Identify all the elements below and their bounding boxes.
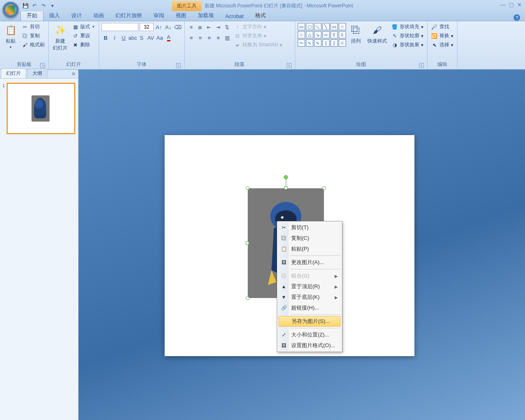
numbering-icon[interactable]: ≣ [196, 23, 204, 31]
tab-review[interactable]: 审阅 [148, 10, 170, 21]
layout-button[interactable]: ▦版式 ▼ [71, 23, 96, 31]
find-button[interactable]: 🔎查找 [430, 23, 455, 31]
restore-icon[interactable]: ▢ [509, 2, 514, 8]
shapes-gallery[interactable]: ▭▢＼╲▭○ ○△↘⇨⇧⇩ ⤳∿∿{}☆ [298, 23, 346, 47]
font-color-icon[interactable]: A [165, 34, 173, 42]
delete-slide-button[interactable]: ✖删除 [71, 41, 96, 49]
underline-icon[interactable]: U [120, 34, 128, 42]
ctx-paste[interactable]: 📋粘贴(P) [278, 244, 341, 254]
justify-icon[interactable]: ≡ [214, 34, 222, 42]
resize-handle-sw[interactable] [246, 296, 249, 300]
cut-button[interactable]: ✂剪切 [20, 23, 46, 31]
resize-handle-nw[interactable] [246, 186, 249, 190]
grow-font-icon[interactable]: A↑ [155, 23, 163, 31]
ctx-hyperlink[interactable]: 🔗超链接(H)... [278, 303, 341, 313]
bullets-icon[interactable]: ≡ [187, 23, 195, 31]
ctx-save-as-picture[interactable]: 另存为图片(S)... [278, 316, 341, 327]
shape-curve-icon[interactable]: ∿ [314, 39, 321, 47]
text-direction-button[interactable]: ↕文字方向 ▾ [233, 23, 283, 31]
rotation-handle[interactable] [284, 175, 288, 179]
shape-brace-icon[interactable]: } [330, 39, 338, 47]
sidepanel-close-icon[interactable]: ✕ [71, 71, 76, 77]
ctx-group[interactable]: ⿻组合(G)▶ [278, 271, 341, 281]
tab-format[interactable]: 格式 [249, 10, 272, 21]
thumbnail-list[interactable]: 1 [0, 79, 78, 420]
shape-brace-icon[interactable]: { [322, 39, 330, 47]
increase-indent-icon[interactable]: ⇥ [214, 23, 222, 31]
font-size-input[interactable] [140, 23, 154, 31]
dialog-launcher-icon[interactable]: ↘ [419, 63, 424, 68]
tab-acrobat[interactable]: Acrobat [220, 11, 249, 21]
tab-home[interactable]: 开始 [20, 10, 43, 21]
tab-view[interactable]: 视图 [170, 10, 192, 21]
shape-arrow-icon[interactable]: ↘ [314, 31, 321, 38]
tab-addins[interactable]: 加载项 [192, 10, 220, 21]
redo-icon[interactable]: ↷ [39, 2, 48, 10]
sidepanel-tab-slides[interactable]: 幻灯片 [1, 68, 26, 78]
paste-button[interactable]: 📋 粘贴 ▼ [2, 23, 19, 50]
shape-line-icon[interactable]: ╲ [322, 23, 330, 30]
shape-oval-icon[interactable]: ○ [298, 31, 305, 38]
shape-arrow-icon[interactable]: ⇨ [322, 31, 330, 38]
office-button[interactable] [2, 2, 19, 18]
shape-arrow-icon[interactable]: ⇩ [339, 31, 346, 38]
italic-icon[interactable]: I [111, 34, 119, 42]
shape-rect-icon[interactable]: ▢ [306, 23, 313, 30]
ctx-cut[interactable]: ✂剪切(T) [278, 222, 341, 233]
format-painter-button[interactable]: 🖌格式刷 [20, 41, 46, 49]
tab-design[interactable]: 设计 [66, 10, 88, 21]
spacing-icon[interactable]: AV [147, 34, 155, 42]
resize-handle-ne[interactable] [322, 186, 326, 190]
shape-curve-icon[interactable]: ⤳ [298, 39, 305, 47]
ctx-change-picture[interactable]: 🖼更改图片(A)... [278, 257, 341, 268]
shape-arrow-icon[interactable]: ⇧ [330, 31, 338, 38]
shape-effects-button[interactable]: ◑形状效果 ▾ [390, 41, 425, 49]
font-family-input[interactable] [102, 23, 138, 31]
clear-format-icon[interactable]: ⌫ [174, 23, 182, 31]
close-icon[interactable]: ✕ [517, 2, 522, 8]
shape-star-icon[interactable]: ☆ [339, 39, 346, 47]
shape-line-icon[interactable]: ＼ [314, 23, 321, 30]
tab-insert[interactable]: 插入 [43, 10, 66, 21]
dialog-launcher-icon[interactable]: ↘ [287, 63, 292, 68]
reset-button[interactable]: ↺重设 [71, 32, 96, 40]
ctx-copy[interactable]: ⿻复制(C) [278, 233, 341, 244]
sidepanel-tab-outline[interactable]: 大纲 [27, 68, 48, 78]
shape-rect-icon[interactable]: ▭ [298, 23, 305, 30]
line-spacing-icon[interactable]: ⇅ [223, 23, 231, 31]
new-slide-button[interactable]: ✨ 新建 幻灯片 [51, 23, 69, 52]
tab-animation[interactable]: 动画 [88, 10, 110, 21]
shrink-font-icon[interactable]: A↓ [164, 23, 172, 31]
select-button[interactable]: ⬉选择 ▾ [430, 41, 455, 49]
shape-outline-button[interactable]: ✎形状轮廓 ▾ [390, 32, 425, 40]
bold-icon[interactable]: B [102, 34, 110, 42]
save-icon[interactable]: 💾 [21, 2, 29, 10]
shape-fill-button[interactable]: 🪣形状填充 ▾ [390, 23, 425, 31]
strike-icon[interactable]: abc [129, 34, 137, 42]
undo-icon[interactable]: ↶ [30, 2, 38, 10]
convert-smartart-button[interactable]: ▰转换为 SmartArt ▾ [233, 41, 283, 49]
shape-curve-icon[interactable]: ∿ [306, 39, 313, 47]
resize-handle-n[interactable] [284, 186, 287, 190]
help-icon[interactable]: ? [514, 14, 520, 21]
replace-button[interactable]: 🔁替换 ▾ [430, 32, 455, 40]
ctx-send-back[interactable]: ▼置于底层(K)▶ [278, 292, 341, 303]
resize-handle-w[interactable] [246, 242, 249, 245]
decrease-indent-icon[interactable]: ⇤ [205, 23, 213, 31]
columns-icon[interactable]: ▥ [223, 34, 231, 42]
arrange-button[interactable]: ⿻排列 [348, 23, 364, 45]
minimize-icon[interactable]: — [500, 2, 506, 8]
shape-oval-icon[interactable]: ○ [339, 23, 346, 30]
ctx-format-picture[interactable]: 🖼设置图片格式(O)... [278, 340, 341, 351]
align-left-icon[interactable]: ≡ [187, 34, 195, 42]
quick-styles-button[interactable]: 🖌快速样式 [366, 23, 389, 45]
shadow-icon[interactable]: S [138, 34, 146, 42]
ctx-size-position[interactable]: ⤢大小和位置(Z)... [278, 330, 341, 340]
dialog-launcher-icon[interactable]: ↘ [176, 63, 181, 68]
ctx-bring-front[interactable]: ▲置于顶层(R)▶ [278, 281, 341, 292]
copy-button[interactable]: ⿻复制 [20, 32, 46, 40]
dialog-launcher-icon[interactable]: ↘ [40, 63, 45, 68]
tab-slideshow[interactable]: 幻灯片放映 [110, 10, 148, 21]
slide-thumbnail[interactable]: 1 [3, 83, 75, 134]
align-center-icon[interactable]: ≡ [196, 34, 204, 42]
